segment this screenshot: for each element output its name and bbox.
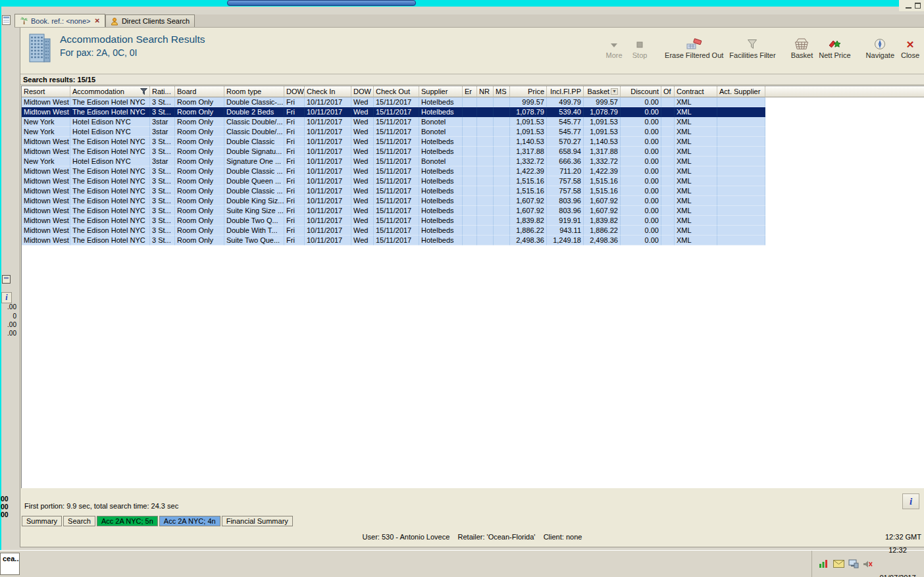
tab-summary[interactable]: Summary bbox=[22, 516, 62, 526]
table-row[interactable]: Midtown WestThe Edison Hotel NYC3 St...R… bbox=[22, 226, 765, 236]
filter-icon[interactable] bbox=[140, 88, 147, 95]
erase-filtered-out-button[interactable]: Erase Filtered Out bbox=[665, 38, 723, 59]
tab-close-icon[interactable]: ✕ bbox=[95, 17, 100, 24]
column-header-label: Supplier bbox=[421, 88, 448, 95]
more-button[interactable]: More bbox=[604, 39, 624, 59]
left-info-icon[interactable]: i bbox=[1, 292, 12, 303]
column-header[interactable]: Board bbox=[175, 86, 224, 97]
table-cell: 15/11/2017 bbox=[374, 127, 419, 137]
table-row[interactable]: Midtown WestThe Edison Hotel NYC3 St...R… bbox=[22, 176, 765, 186]
column-header[interactable]: Check In bbox=[305, 86, 351, 97]
tab-acc-2a-nyc-4n[interactable]: Acc 2A NYC; 4n bbox=[159, 516, 220, 526]
column-header[interactable]: Check Out bbox=[374, 86, 419, 97]
table-cell: Wed bbox=[351, 176, 374, 186]
close-button[interactable]: ✕ Close bbox=[900, 39, 920, 59]
table-body: Midtown WestThe Edison Hotel NYC3 St...R… bbox=[22, 97, 924, 245]
tray-network-icon[interactable] bbox=[848, 559, 859, 568]
table-row[interactable]: Midtown WestThe Edison Hotel NYC3 St...R… bbox=[22, 137, 765, 147]
column-header-label: Accommodation bbox=[72, 88, 124, 95]
restore-icon[interactable] bbox=[915, 3, 921, 9]
background-window-edge bbox=[0, 0, 1, 550]
tab-financial-summary[interactable]: Financial Summary bbox=[222, 516, 293, 526]
table-row[interactable]: Midtown WestThe Edison Hotel NYC3 St...R… bbox=[22, 216, 765, 226]
close-icon: ✕ bbox=[906, 39, 915, 50]
table-cell: Room Only bbox=[175, 166, 224, 176]
facilities-filter-button[interactable]: Facilities Filter bbox=[729, 38, 775, 59]
table-cell: Double Queen ... bbox=[224, 176, 284, 186]
table-row[interactable]: Midtown WestThe Edison Hotel NYC3 St...R… bbox=[22, 97, 765, 107]
nett-price-icon bbox=[828, 38, 841, 50]
table-cell: Room Only bbox=[175, 196, 224, 206]
column-header[interactable]: Room type bbox=[224, 86, 284, 97]
table-row[interactable]: Midtown WestThe Edison Hotel NYC3 St...R… bbox=[22, 206, 765, 216]
nett-price-button[interactable]: Nett Price bbox=[819, 38, 850, 59]
table-cell: Room Only bbox=[175, 107, 224, 117]
column-header-label: Incl.Fl.PP bbox=[550, 88, 581, 95]
table-cell: 3 St... bbox=[150, 166, 175, 176]
table-row[interactable]: Midtown WestThe Edison Hotel NYC3 St...R… bbox=[22, 166, 765, 176]
taskbar-window-button[interactable]: cea... bbox=[0, 553, 20, 575]
table-cell: Hotel Edison NYC bbox=[70, 157, 150, 166]
info-button[interactable]: i bbox=[902, 493, 919, 509]
table-row[interactable]: Midtown WestThe Edison Hotel NYC3 St...R… bbox=[22, 147, 765, 157]
column-header[interactable]: Contract bbox=[675, 86, 717, 97]
table-cell: Signature One ... bbox=[224, 157, 284, 166]
column-header[interactable]: MS bbox=[494, 86, 510, 97]
column-header[interactable]: Supplier bbox=[419, 86, 463, 97]
stop-button[interactable]: Stop bbox=[630, 39, 650, 59]
table-row[interactable]: Midtown WestThe Edison Hotel NYC3 St...R… bbox=[22, 196, 765, 206]
table-row[interactable]: New YorkHotel Edison NYC3starRoom OnlyCl… bbox=[22, 127, 765, 137]
table-cell: XML bbox=[675, 107, 717, 117]
sort-down-icon[interactable]: ▼ bbox=[611, 88, 618, 95]
tab-direct-clients-search[interactable]: Direct Clients Search bbox=[105, 14, 195, 27]
table-row[interactable]: New YorkHotel Edison NYC3starRoom OnlyCl… bbox=[22, 117, 765, 127]
tray-volume-muted-icon[interactable] bbox=[863, 560, 873, 568]
table-cell: Wed bbox=[351, 216, 374, 226]
table-cell: 0.00 bbox=[621, 236, 661, 245]
column-header[interactable]: NR bbox=[477, 86, 494, 97]
tab-search[interactable]: Search bbox=[63, 516, 95, 526]
navigate-button[interactable]: Navigate bbox=[866, 38, 894, 59]
minimize-icon[interactable] bbox=[906, 3, 911, 9]
column-header[interactable]: Price bbox=[510, 86, 547, 97]
user-session-status: User: 530 - Antonio Lovece Retailer: 'Oc… bbox=[20, 533, 924, 541]
table-cell: 0.00 bbox=[621, 206, 661, 216]
tray-mail-icon[interactable] bbox=[833, 560, 844, 568]
table-cell bbox=[717, 236, 765, 245]
page-icon[interactable] bbox=[2, 15, 11, 26]
left-panel-value: .00 bbox=[0, 303, 16, 311]
table-cell: 15/11/2017 bbox=[374, 176, 419, 186]
column-header[interactable]: Discount bbox=[621, 86, 661, 97]
table-row[interactable]: Midtown WestThe Edison Hotel NYC3 St...R… bbox=[22, 186, 765, 196]
column-header[interactable]: Of bbox=[661, 86, 675, 97]
table-cell: 0.00 bbox=[621, 157, 661, 166]
table-cell: The Edison Hotel NYC bbox=[70, 236, 150, 245]
table-row[interactable]: Midtown WestThe Edison Hotel NYC3 St...R… bbox=[22, 236, 765, 245]
table-cell: 803.96 bbox=[547, 206, 584, 216]
column-header[interactable]: Act. Supplier bbox=[717, 86, 765, 97]
table-cell: Wed bbox=[351, 196, 374, 206]
table-row[interactable]: Midtown WestThe Edison Hotel NYC3 St...R… bbox=[22, 107, 765, 117]
column-header[interactable]: Accommodation bbox=[70, 86, 150, 97]
table-cell: Room Only bbox=[175, 176, 224, 186]
tab-acc-2a-nyc-5n[interactable]: Acc 2A NYC; 5n bbox=[97, 516, 158, 526]
left-panel-value: 0 bbox=[0, 313, 16, 320]
column-header[interactable]: Er bbox=[463, 86, 477, 97]
column-header[interactable]: Rati... bbox=[150, 86, 175, 97]
tab-booking-ref[interactable]: Book. ref.: <none> ✕ bbox=[14, 14, 105, 27]
basket-button[interactable]: Basket bbox=[791, 38, 813, 59]
table-cell: The Edison Hotel NYC bbox=[70, 206, 150, 216]
table-cell: XML bbox=[675, 216, 717, 226]
table-row[interactable]: New YorkHotel Edison NYC3starRoom OnlySi… bbox=[22, 157, 765, 166]
column-header[interactable]: DOW bbox=[351, 86, 374, 97]
results-table: ResortAccommodationRati...BoardRoom type… bbox=[21, 86, 924, 488]
column-header[interactable]: Basket▼ bbox=[584, 86, 621, 97]
tray-chart-icon[interactable] bbox=[819, 559, 829, 568]
left-panel-icon[interactable] bbox=[2, 275, 11, 284]
column-header[interactable]: DOW bbox=[284, 86, 305, 97]
table-cell bbox=[463, 176, 477, 186]
table-cell: Fri bbox=[284, 107, 305, 117]
column-header[interactable]: Incl.Fl.PP bbox=[547, 86, 584, 97]
column-header[interactable]: Resort bbox=[22, 86, 70, 97]
table-cell: Fri bbox=[284, 186, 305, 196]
